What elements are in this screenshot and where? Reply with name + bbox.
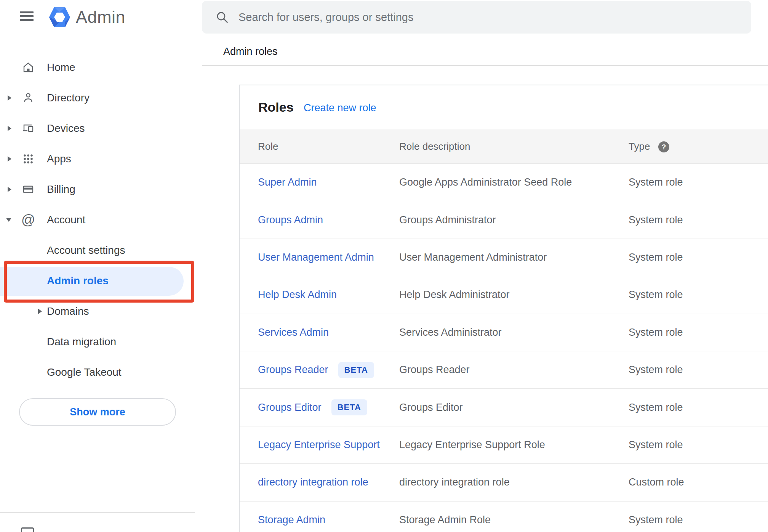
app-logo: Admin xyxy=(49,6,125,28)
role-description: Groups Administrator xyxy=(399,201,496,238)
sidebar-item-home[interactable]: Home xyxy=(0,52,195,83)
annotation-red-box xyxy=(4,261,194,303)
sidebar-footer-divider xyxy=(0,512,195,513)
home-icon xyxy=(22,61,34,74)
admin-hexagon-icon xyxy=(49,7,70,27)
sidebar-item-billing[interactable]: Billing xyxy=(0,174,195,205)
role-description: Services Administrator xyxy=(399,314,502,351)
role-type: System role xyxy=(629,502,683,532)
collapse-arrow-icon[interactable] xyxy=(6,218,11,222)
sidebar-item-data-migration[interactable]: Data migration xyxy=(0,327,195,357)
person-icon xyxy=(22,92,34,104)
role-description: Storage Admin Role xyxy=(399,502,491,532)
sidebar-item-label: Directory xyxy=(47,92,90,104)
table-row: Help Desk Admin Help Desk Administrator … xyxy=(240,276,768,314)
sidebar-item-account[interactable]: @ Account xyxy=(0,205,195,235)
sidebar-item-label: Domains xyxy=(47,305,89,317)
role-description: directory integration role xyxy=(399,464,510,501)
role-type: System role xyxy=(629,426,683,463)
sidebar-item-devices[interactable]: Devices xyxy=(0,113,195,144)
role-description: Legacy Enterprise Support Role xyxy=(399,426,545,463)
role-type: System role xyxy=(629,239,683,276)
search-bar[interactable]: Search for users, groups or settings xyxy=(202,1,751,34)
sidebar-item-google-takeout[interactable]: Google Takeout xyxy=(0,357,195,388)
expand-arrow-icon[interactable] xyxy=(8,156,11,162)
devices-icon xyxy=(22,122,34,135)
expand-arrow-icon[interactable] xyxy=(38,309,42,314)
role-link[interactable]: User Management Admin xyxy=(258,252,374,263)
role-link[interactable]: Groups Reader xyxy=(258,364,328,376)
role-type: System role xyxy=(629,276,683,313)
sidebar-item-apps[interactable]: Apps xyxy=(0,144,195,174)
breadcrumb: Admin roles xyxy=(223,46,278,58)
sidebar-item-label: Data migration xyxy=(47,336,116,348)
partial-device-icon xyxy=(21,527,34,532)
role-link[interactable]: Groups Admin xyxy=(258,214,323,226)
beta-badge: BETA xyxy=(331,399,367,415)
expand-arrow-icon[interactable] xyxy=(8,95,11,101)
sidebar-item-label: Apps xyxy=(47,153,71,165)
sidebar-item-label: Account xyxy=(47,214,85,226)
sidebar-item-label: Home xyxy=(47,61,75,74)
help-icon[interactable]: ? xyxy=(658,141,669,152)
role-link[interactable]: Super Admin xyxy=(258,176,317,188)
show-more-button[interactable]: Show more xyxy=(19,398,176,426)
beta-badge: BETA xyxy=(338,362,374,378)
table-row: Storage Admin Storage Admin Role System … xyxy=(240,502,768,532)
table-row: User Management Admin User Management Ad… xyxy=(240,239,768,276)
table-row: directory integration role directory int… xyxy=(240,464,768,501)
sidebar-item-label: Google Takeout xyxy=(47,366,122,378)
role-description: Groups Editor xyxy=(399,389,463,426)
app-title: Admin xyxy=(76,7,125,27)
role-link[interactable]: Help Desk Admin xyxy=(258,289,337,301)
sidebar-item-directory[interactable]: Directory xyxy=(0,83,195,113)
at-sign-icon: @ xyxy=(22,214,34,226)
sidebar-item-label: Devices xyxy=(47,122,85,135)
column-header-type: Type xyxy=(629,129,650,163)
table-row: Groups Editor BETA Groups Editor System … xyxy=(240,389,768,426)
role-type: System role xyxy=(629,164,683,201)
role-link[interactable]: Services Admin xyxy=(258,327,329,338)
table-row: Groups Reader BETA Groups Reader System … xyxy=(240,351,768,389)
role-description: User Management Administrator xyxy=(399,239,547,276)
roles-panel-header: Roles Create new role xyxy=(240,85,768,129)
expand-arrow-icon[interactable] xyxy=(8,126,11,131)
table-row: Legacy Enterprise Support Legacy Enterpr… xyxy=(240,426,768,464)
sidebar-item-label: Account settings xyxy=(47,244,125,256)
role-description: Google Apps Administrator Seed Role xyxy=(399,164,572,201)
search-icon xyxy=(216,11,229,24)
role-type: System role xyxy=(629,389,683,426)
role-type: Custom role xyxy=(629,464,684,501)
role-link[interactable]: Groups Editor xyxy=(258,402,322,413)
panel-title: Roles xyxy=(258,100,294,115)
table-header-row: Role Role description Type ? xyxy=(240,129,768,164)
role-type: System role xyxy=(629,314,683,351)
table-row: Groups Admin Groups Administrator System… xyxy=(240,201,768,239)
hamburger-menu-icon[interactable] xyxy=(20,11,34,21)
role-type: System role xyxy=(629,201,683,238)
apps-grid-icon xyxy=(22,153,34,165)
column-header-description: Role description xyxy=(399,129,470,163)
role-link[interactable]: Storage Admin xyxy=(258,514,325,526)
role-description: Help Desk Administrator xyxy=(399,276,510,313)
sidebar: Admin Home Directory xyxy=(0,0,195,532)
column-header-role: Role xyxy=(258,129,278,163)
expand-arrow-icon[interactable] xyxy=(8,187,11,192)
roles-panel: Roles Create new role Role Role descript… xyxy=(239,85,768,532)
create-new-role-link[interactable]: Create new role xyxy=(304,102,376,114)
role-description: Groups Reader xyxy=(399,351,470,388)
role-link[interactable]: directory integration role xyxy=(258,476,368,488)
table-body: Super Admin Google Apps Administrator Se… xyxy=(240,164,768,532)
credit-card-icon xyxy=(22,183,34,195)
table-row: Services Admin Services Administrator Sy… xyxy=(240,314,768,351)
breadcrumb-divider xyxy=(202,65,768,66)
search-input[interactable]: Search for users, groups or settings xyxy=(238,11,413,24)
sidebar-item-label: Billing xyxy=(47,183,75,195)
role-type: System role xyxy=(629,351,683,388)
role-link[interactable]: Legacy Enterprise Support xyxy=(258,439,380,451)
table-row: Super Admin Google Apps Administrator Se… xyxy=(240,164,768,201)
